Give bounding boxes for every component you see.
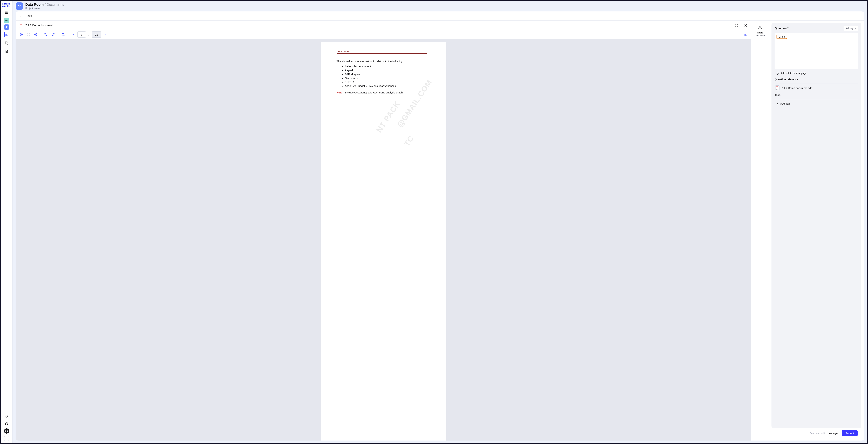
svg-rect-8 bbox=[7, 35, 8, 36]
expand-rail-button[interactable] bbox=[4, 436, 9, 441]
search-icon[interactable] bbox=[60, 31, 66, 38]
submit-button[interactable]: Submit bbox=[842, 430, 858, 436]
svg-rect-7 bbox=[7, 34, 8, 35]
doc-bullet: Overheads bbox=[345, 76, 432, 80]
doc-bullet-list: Sales – by department Payroll F&B Margin… bbox=[337, 65, 432, 88]
question-textarea[interactable]: [Qr-p3] bbox=[775, 33, 858, 69]
document-title: 2.1.2 Demo document bbox=[25, 24, 53, 27]
brand-logo: virtual vaults bbox=[2, 2, 11, 8]
workspace-badge[interactable]: WS bbox=[4, 18, 9, 23]
user-avatar[interactable]: UN bbox=[4, 429, 9, 434]
svg-rect-16 bbox=[746, 35, 747, 36]
bell-icon[interactable] bbox=[4, 414, 9, 419]
doc-note: Note – Include Occupancy and ADR trend a… bbox=[337, 91, 432, 94]
page-header: dr Data Room / Documents Project name bbox=[12, 1, 867, 11]
content-card: Back PDF 2.1.2 Demo document bbox=[16, 11, 864, 441]
assign-button[interactable]: Assign bbox=[829, 432, 838, 435]
close-icon[interactable] bbox=[744, 24, 748, 28]
svg-rect-14 bbox=[744, 33, 745, 34]
project-badge: dr bbox=[16, 2, 23, 10]
reference-heading: Question reference bbox=[775, 78, 858, 81]
pdf-icon: PDF bbox=[775, 86, 779, 90]
page-canvas[interactable]: NT PACK @GMAIL.COM TC Hotel Name This sh… bbox=[16, 39, 751, 441]
watermark: NT PACK @GMAIL.COM TC bbox=[321, 42, 446, 441]
breadcrumb: Data Room / Documents bbox=[25, 3, 64, 7]
svg-rect-0 bbox=[5, 12, 6, 12]
main-column: dr Data Room / Documents Project name Ba… bbox=[12, 1, 867, 443]
svg-point-17 bbox=[759, 26, 761, 27]
svg-rect-3 bbox=[5, 13, 6, 13]
doc-bullet: EBITDA bbox=[345, 80, 432, 84]
reference-file[interactable]: PDF 2.1.2 Demo document.pdf bbox=[775, 86, 858, 90]
svg-rect-15 bbox=[746, 34, 747, 35]
add-tags-button[interactable]: Add tags bbox=[775, 102, 858, 105]
svg-rect-2 bbox=[7, 12, 8, 12]
prev-page-icon[interactable] bbox=[70, 31, 76, 38]
dataroom-badge[interactable]: dr bbox=[4, 25, 9, 30]
left-rail: virtual vaults WS dr UN bbox=[1, 1, 12, 443]
doc-intro: This should include information in relat… bbox=[337, 60, 432, 63]
author-panel: Draft User Name bbox=[751, 21, 769, 441]
back-arrow-icon bbox=[20, 14, 24, 18]
svg-rect-9 bbox=[5, 424, 6, 424]
headset-icon[interactable] bbox=[4, 421, 9, 426]
doc-bullet: Actual v's Budget v Previous Year Varian… bbox=[345, 84, 432, 88]
zoom-out-icon[interactable] bbox=[18, 31, 24, 38]
priority-dropdown[interactable]: Priority bbox=[844, 26, 858, 31]
author-name: User Name bbox=[755, 34, 766, 37]
undo-icon[interactable] bbox=[43, 31, 49, 38]
link-icon bbox=[776, 72, 779, 75]
document-page: NT PACK @GMAIL.COM TC Hotel Name This sh… bbox=[321, 42, 446, 441]
svg-rect-4 bbox=[6, 13, 7, 13]
next-page-icon[interactable] bbox=[102, 31, 109, 38]
project-name: Project name bbox=[25, 7, 64, 10]
fit-icon bbox=[25, 31, 32, 38]
svg-rect-1 bbox=[6, 12, 7, 12]
add-link-button[interactable]: Add link to current page bbox=[775, 72, 858, 75]
doc-bullet: Payroll bbox=[345, 68, 432, 72]
question-status: Draft bbox=[757, 31, 763, 34]
save-draft-button: Save as draft bbox=[809, 432, 825, 435]
svg-point-13 bbox=[62, 33, 64, 35]
doc-bullet: Sales – by department bbox=[345, 65, 432, 68]
tags-heading: Tags bbox=[775, 94, 858, 96]
pdf-icon: PDF bbox=[19, 23, 23, 28]
back-label: Back bbox=[26, 14, 32, 18]
question-label: Question * bbox=[775, 27, 788, 30]
outline-icon[interactable] bbox=[743, 31, 749, 38]
svg-rect-5 bbox=[7, 13, 8, 13]
viewer-toolbar: / 11 bbox=[16, 30, 751, 39]
svg-rect-10 bbox=[7, 424, 8, 424]
page-number-input[interactable] bbox=[78, 31, 86, 38]
doc-bullet: F&B Margins bbox=[345, 72, 432, 76]
nav-tree-icon[interactable] bbox=[1, 31, 12, 38]
nav-qa-icon[interactable] bbox=[1, 39, 12, 46]
document-viewer: PDF 2.1.2 Demo document bbox=[16, 21, 751, 441]
divider bbox=[775, 83, 858, 84]
zoom-in-icon[interactable] bbox=[33, 31, 39, 38]
question-reference-chip[interactable]: [Qr-p3] bbox=[776, 35, 787, 39]
doc-heading: Hotel Name bbox=[337, 50, 427, 54]
back-button[interactable]: Back bbox=[16, 11, 864, 21]
question-panel: Question * Priority [Qr-p3] Add link to … bbox=[769, 21, 864, 441]
svg-rect-6 bbox=[5, 33, 6, 34]
fullscreen-icon[interactable] bbox=[734, 24, 738, 28]
apps-grid-icon[interactable] bbox=[3, 10, 10, 16]
page-total: 11 bbox=[92, 31, 101, 38]
plus-icon bbox=[776, 102, 779, 105]
person-icon bbox=[758, 25, 762, 30]
nav-reports-icon[interactable] bbox=[1, 48, 12, 55]
redo-icon[interactable] bbox=[50, 31, 56, 38]
page-sep: / bbox=[87, 33, 91, 36]
question-footer: Save as draft Assign Submit bbox=[772, 428, 861, 439]
